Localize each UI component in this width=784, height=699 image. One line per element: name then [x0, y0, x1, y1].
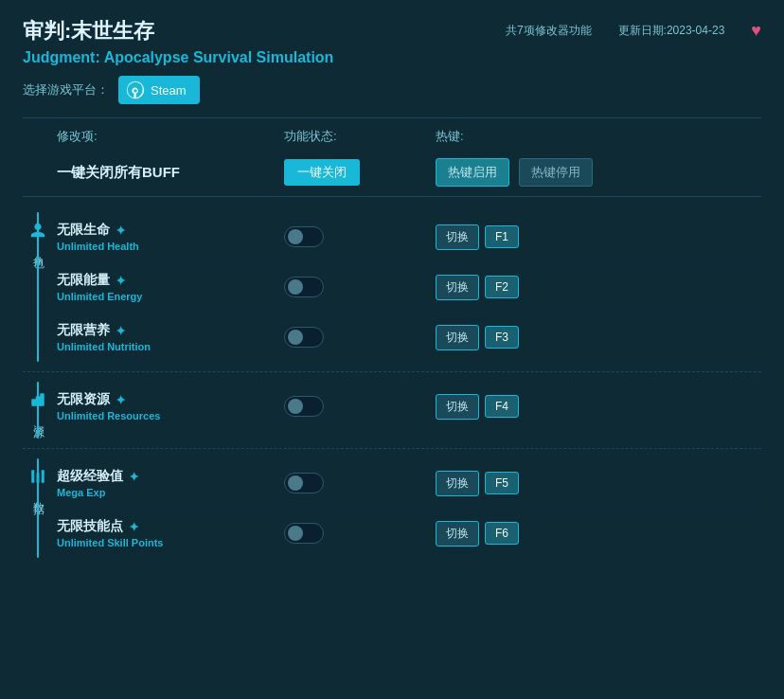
hotkey-disable-button[interactable]: 热键停用 — [519, 158, 593, 187]
mod-name-cn: 无限营养 ✦ — [57, 322, 284, 339]
mod-name-cn: 无限能量 ✦ — [57, 272, 284, 289]
star-icon: ✦ — [116, 274, 126, 288]
table-row: 无限资源 ✦Unlimited Resources切换F4 — [57, 382, 761, 431]
mod-hotkey-col-2-0: 切换F5 — [436, 471, 761, 496]
mod-status-col-1-0 — [284, 396, 436, 417]
mod-name-col-0-2: 无限营养 ✦Unlimited Nutrition — [57, 322, 284, 352]
col-header-hotkey: 热键: — [436, 128, 761, 145]
hotkey-switch-button[interactable]: 切换 — [436, 224, 479, 250]
section-divider — [23, 448, 761, 449]
hotkey-fkey-button[interactable]: F6 — [485, 522, 519, 545]
mod-hotkey-col-0-2: 切换F3 — [436, 325, 761, 350]
header: 审判:末世生存 Judgment: Apocalypse Survival Si… — [23, 17, 761, 66]
toggle-switch[interactable] — [284, 327, 324, 348]
mod-hotkey-col-0-1: 切换F2 — [436, 275, 761, 300]
category-section-1: 资源无限资源 ✦Unlimited Resources切换F4 — [23, 382, 761, 439]
mod-status-col-0-2 — [284, 327, 436, 348]
mod-name-en: Mega Exp — [57, 487, 284, 498]
table-row: 超级经验值 ✦Mega Exp切换F5 — [57, 458, 761, 509]
categories-container: 角色无限生命 ✦Unlimited Health切换F1无限能量 ✦Unlimi… — [23, 212, 761, 558]
mod-name-col-1-0: 无限资源 ✦Unlimited Resources — [57, 391, 284, 421]
column-headers: 修改项: 功能状态: 热键: — [23, 128, 761, 151]
steam-logo-icon — [126, 81, 145, 99]
app-container: 审判:末世生存 Judgment: Apocalypse Survival Si… — [0, 0, 784, 575]
mod-name-en: Unlimited Nutrition — [57, 341, 284, 352]
hotkey-fkey-button[interactable]: F3 — [485, 326, 519, 349]
category-sidebar-2: 数据 — [23, 458, 53, 558]
hotkey-fkey-button[interactable]: F5 — [485, 472, 519, 494]
toggle-switch[interactable] — [284, 523, 324, 544]
onekey-row: 一键关闭所有BUFF 一键关闭 热键启用 热键停用 — [23, 151, 761, 197]
star-icon: ✦ — [129, 520, 139, 534]
category-section-0: 角色无限生命 ✦Unlimited Health切换F1无限能量 ✦Unlimi… — [23, 212, 761, 362]
category-sidebar-1: 资源 — [23, 382, 53, 439]
mod-name-col-0-1: 无限能量 ✦Unlimited Energy — [57, 272, 284, 302]
mod-hotkey-col-1-0: 切换F4 — [436, 394, 761, 420]
category-vertical-line — [37, 212, 39, 362]
update-date: 更新日期:2023-04-23 — [618, 23, 725, 39]
category-vertical-line — [37, 458, 39, 558]
hotkey-switch-button[interactable]: 切换 — [436, 325, 479, 350]
col-header-name: 修改项: — [57, 128, 284, 145]
category-vertical-line — [37, 382, 39, 439]
mod-name-en: Unlimited Health — [57, 241, 284, 252]
mod-hotkey-col-0-0: 切换F1 — [436, 224, 761, 250]
mod-status-col-0-0 — [284, 226, 436, 247]
platform-row: 选择游戏平台： Steam — [23, 76, 761, 104]
hotkey-switch-button[interactable]: 切换 — [436, 394, 479, 420]
mod-hotkey-col-2-1: 切换F6 — [436, 521, 761, 547]
platform-label: 选择游戏平台： — [23, 81, 109, 99]
table-row: 无限营养 ✦Unlimited Nutrition切换F3 — [57, 313, 761, 362]
hotkey-switch-button[interactable]: 切换 — [436, 275, 479, 300]
category-items-1: 无限资源 ✦Unlimited Resources切换F4 — [53, 382, 761, 439]
section-divider — [23, 371, 761, 372]
table-row: 无限能量 ✦Unlimited Energy切换F2 — [57, 262, 761, 313]
mod-status-col-0-1 — [284, 277, 436, 297]
header-left: 审判:末世生存 Judgment: Apocalypse Survival Si… — [23, 17, 333, 66]
toggle-switch[interactable] — [284, 473, 324, 493]
mod-name-col-0-0: 无限生命 ✦Unlimited Health — [57, 222, 284, 252]
table-row: 无限生命 ✦Unlimited Health切换F1 — [57, 212, 761, 262]
toggle-switch[interactable] — [284, 277, 324, 297]
game-title-cn: 审判:末世生存 — [23, 17, 333, 45]
onekey-hotkeys: 热键启用 热键停用 — [436, 158, 593, 187]
onekey-status: 一键关闭 — [284, 159, 436, 186]
table-row: 无限技能点 ✦Unlimited Skill Points切换F6 — [57, 509, 761, 558]
star-icon: ✦ — [129, 470, 139, 484]
steam-button-label: Steam — [151, 83, 187, 98]
mod-name-cn: 无限资源 ✦ — [57, 391, 284, 408]
toggle-switch[interactable] — [284, 396, 324, 417]
mod-name-en: Unlimited Resources — [57, 410, 284, 421]
mod-name-en: Unlimited Energy — [57, 291, 284, 302]
star-icon: ✦ — [116, 393, 126, 407]
category-sidebar-0: 角色 — [23, 212, 53, 362]
mod-status-col-2-0 — [284, 473, 436, 493]
star-icon: ✦ — [116, 324, 126, 338]
header-divider — [23, 117, 761, 118]
hotkey-fkey-button[interactable]: F1 — [485, 225, 519, 248]
onekey-label: 一键关闭所有BUFF — [57, 164, 284, 182]
header-right: 共7项修改器功能 更新日期:2023-04-23 ♥ — [506, 17, 761, 41]
mod-name-en: Unlimited Skill Points — [57, 537, 284, 548]
hotkey-fkey-button[interactable]: F2 — [485, 276, 519, 298]
steam-platform-button[interactable]: Steam — [118, 76, 200, 104]
category-section-2: 数据超级经验值 ✦Mega Exp切换F5无限技能点 ✦Unlimited Sk… — [23, 458, 761, 558]
mod-name-cn: 无限技能点 ✦ — [57, 518, 284, 535]
hotkey-fkey-button[interactable]: F4 — [485, 395, 519, 418]
header-meta: 共7项修改器功能 更新日期:2023-04-23 ♥ — [506, 21, 761, 41]
favorite-icon[interactable]: ♥ — [751, 21, 761, 41]
mod-name-col-2-0: 超级经验值 ✦Mega Exp — [57, 468, 284, 498]
svg-rect-3 — [40, 393, 45, 406]
star-icon: ✦ — [116, 224, 126, 238]
game-title-en: Judgment: Apocalypse Survival Simulation — [23, 49, 333, 66]
hotkey-enable-button[interactable]: 热键启用 — [436, 158, 509, 187]
close-all-button[interactable]: 一键关闭 — [284, 159, 360, 186]
hotkey-switch-button[interactable]: 切换 — [436, 471, 479, 496]
mod-name-cn: 无限生命 ✦ — [57, 222, 284, 239]
modifier-count: 共7项修改器功能 — [506, 23, 592, 39]
toggle-switch[interactable] — [284, 226, 324, 247]
category-items-2: 超级经验值 ✦Mega Exp切换F5无限技能点 ✦Unlimited Skil… — [53, 458, 761, 558]
hotkey-switch-button[interactable]: 切换 — [436, 521, 479, 547]
mod-name-col-2-1: 无限技能点 ✦Unlimited Skill Points — [57, 518, 284, 548]
col-header-status: 功能状态: — [284, 128, 436, 145]
